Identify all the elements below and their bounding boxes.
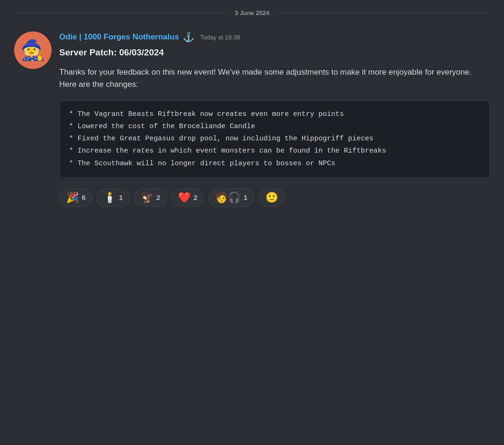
reaction-heart-count: 2 bbox=[194, 193, 197, 201]
message-title: Server Patch: 06/03/2024 bbox=[59, 47, 490, 58]
reaction-heart-emoji: ❤️ bbox=[178, 192, 191, 204]
reaction-heart[interactable]: ❤️2 bbox=[171, 188, 204, 207]
reactions-row: 🎉6🕯️1🦅2❤️2🧑‍🎧1🙂 bbox=[59, 188, 490, 207]
reaction-candle-count: 1 bbox=[119, 193, 123, 201]
date-label: 3 June 2024 bbox=[228, 9, 276, 16]
reaction-smile[interactable]: 🙂 bbox=[258, 188, 285, 207]
patch-notes-block: * The Vagrant Beasts Riftbreak now creat… bbox=[59, 100, 490, 178]
avatar-image: 🧙 bbox=[21, 40, 45, 60]
avatar: 🧙 bbox=[14, 31, 52, 69]
message-header: Odie | 1000 Forges Nothernalus ⚓ Today a… bbox=[59, 31, 490, 43]
message-intro-text: Thanks for your feedback on this new eve… bbox=[59, 66, 490, 91]
reaction-confetti-emoji: 🎉 bbox=[66, 192, 79, 204]
badge-icon: ⚓ bbox=[183, 31, 194, 43]
divider-line-left bbox=[14, 13, 228, 13]
timestamp: Today at 19:38 bbox=[200, 34, 240, 41]
title-prefix: Server Patch: bbox=[59, 47, 119, 57]
username: Odie | 1000 Forges Nothernalus bbox=[59, 32, 179, 42]
reaction-headphones-count: 1 bbox=[243, 193, 247, 201]
reaction-confetti-count: 6 bbox=[82, 193, 85, 201]
reaction-confetti[interactable]: 🎉6 bbox=[59, 188, 93, 207]
reaction-candle[interactable]: 🕯️1 bbox=[96, 188, 130, 207]
reaction-candle-emoji: 🕯️ bbox=[103, 192, 116, 204]
title-bold: 06/03/2024 bbox=[119, 47, 164, 57]
date-divider: 3 June 2024 bbox=[0, 9, 504, 16]
message-body: Odie | 1000 Forges Nothernalus ⚓ Today a… bbox=[59, 31, 490, 207]
reaction-eagle-count: 2 bbox=[156, 193, 160, 201]
reaction-headphones[interactable]: 🧑‍🎧1 bbox=[208, 188, 254, 207]
message-container: 🧙 Odie | 1000 Forges Nothernalus ⚓ Today… bbox=[0, 28, 504, 211]
divider-line-right bbox=[276, 13, 490, 13]
reaction-headphones-emoji: 🧑‍🎧 bbox=[215, 192, 240, 204]
reaction-eagle-emoji: 🦅 bbox=[141, 192, 154, 204]
reaction-eagle[interactable]: 🦅2 bbox=[134, 188, 167, 207]
